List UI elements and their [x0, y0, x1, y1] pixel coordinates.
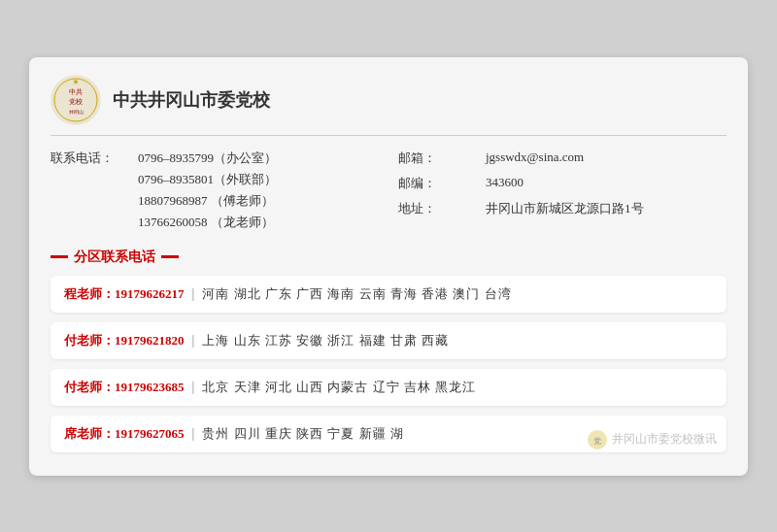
email-label: 邮箱： — [398, 150, 486, 167]
section-title: 分区联系电话 — [51, 249, 726, 266]
phone-row-2: 0796–8935801（外联部） — [51, 171, 379, 188]
phone-label-3 — [51, 192, 138, 210]
postcode-value: 343600 — [486, 175, 524, 192]
address-row: 地址： 井冈山市新城区龙源口路1号 — [398, 200, 726, 217]
region-phone-1: 19179621820 — [115, 333, 185, 348]
phone-value-2: 0796–8935801（外联部） — [138, 171, 277, 188]
email-value: jgsswdx@sina.com — [486, 150, 584, 167]
postcode-row: 邮编： 343600 — [398, 175, 726, 192]
region-areas-1: 上海 山东 江苏 安徽 浙江 福建 甘肃 西藏 — [202, 332, 449, 349]
watermark: 党 井冈山市委党校微讯 — [587, 429, 717, 450]
region-teacher-3: 席老师：19179627065 — [64, 425, 185, 443]
svg-text:党校: 党校 — [69, 98, 83, 106]
contact-section: 联系电话： 0796–8935799（办公室） 0796–8935801（外联部… — [51, 150, 726, 235]
region-areas-3: 贵州 四川 重庆 陕西 宁夏 新疆 湖 — [202, 425, 404, 443]
region-divider-3: | — [192, 426, 195, 442]
region-areas-2: 北京 天津 河北 山西 内蒙古 辽宁 吉林 黑龙江 — [202, 379, 476, 396]
region-phone-3: 19179627065 — [115, 426, 185, 441]
region-divider-2: | — [192, 380, 195, 395]
region-divider-1: | — [192, 333, 195, 349]
phone-row-1: 联系电话： 0796–8935799（办公室） — [51, 150, 379, 167]
phone-value-1: 0796–8935799（办公室） — [138, 150, 277, 167]
svg-text:党: 党 — [593, 437, 601, 446]
watermark-text: 井冈山市委党校微讯 — [612, 431, 717, 448]
region-card-0: 程老师：19179626217 | 河南 湖北 广东 广西 海南 云南 青海 香… — [51, 276, 726, 313]
region-divider-0: | — [192, 286, 195, 302]
regions-list: 程老师：19179626217 | 河南 湖北 广东 广西 海南 云南 青海 香… — [51, 276, 726, 452]
title-bar-right — [161, 255, 179, 258]
region-card-1: 付老师：19179621820 | 上海 山东 江苏 安徽 浙江 福建 甘肃 西… — [51, 322, 726, 359]
contact-right: 邮箱： jgsswdx@sina.com 邮编： 343600 地址： 井冈山市… — [379, 150, 726, 235]
email-row: 邮箱： jgsswdx@sina.com — [398, 150, 726, 167]
phone-label-2 — [51, 171, 138, 188]
address-value: 井冈山市新城区龙源口路1号 — [486, 200, 644, 217]
phone-row-4: 13766260058 （龙老师） — [51, 214, 379, 231]
phone-label: 联系电话： — [51, 150, 138, 167]
region-card-2: 付老师：19179623685 | 北京 天津 河北 山西 内蒙古 辽宁 吉林 … — [51, 369, 726, 406]
org-name: 中共井冈山市委党校 — [113, 88, 270, 112]
header: 中共 党校 井冈山 中共井冈山市委党校 — [51, 75, 726, 136]
phone-value-3: 18807968987 （傅老师） — [138, 192, 274, 210]
svg-point-6 — [588, 430, 607, 449]
region-teacher-2: 付老师：19179623685 — [64, 379, 185, 396]
region-teacher-1: 付老师：19179621820 — [64, 332, 185, 349]
address-label: 地址： — [398, 200, 486, 217]
postcode-label: 邮编： — [398, 175, 486, 192]
phone-value-4: 13766260058 （龙老师） — [138, 214, 274, 231]
contact-left: 联系电话： 0796–8935799（办公室） 0796–8935801（外联部… — [51, 150, 379, 235]
phone-row-3: 18807968987 （傅老师） — [51, 192, 379, 210]
main-card: 中共 党校 井冈山 中共井冈山市委党校 联系电话： 0796–8935799（办… — [29, 57, 748, 476]
region-areas-0: 河南 湖北 广东 广西 海南 云南 青海 香港 澳门 台湾 — [202, 285, 511, 303]
section-title-text: 分区联系电话 — [74, 249, 155, 266]
svg-text:中共: 中共 — [69, 88, 83, 96]
phone-label-4 — [51, 214, 138, 231]
title-bar-left — [51, 255, 68, 258]
logo: 中共 党校 井冈山 — [51, 75, 101, 125]
svg-text:井冈山: 井冈山 — [69, 109, 84, 115]
region-phone-0: 19179626217 — [115, 286, 185, 301]
region-card-3: 席老师：19179627065 | 贵州 四川 重庆 陕西 宁夏 新疆 湖 党 … — [51, 416, 726, 452]
region-phone-2: 19179623685 — [115, 380, 185, 394]
region-teacher-0: 程老师：19179626217 — [64, 285, 185, 303]
